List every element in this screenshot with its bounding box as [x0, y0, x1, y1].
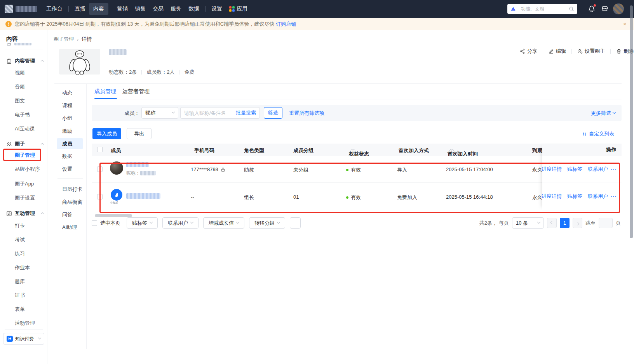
select-all-checkbox[interactable]	[97, 147, 103, 152]
panel-menu-data[interactable]: 数据	[62, 153, 72, 160]
sidebar-group-circle[interactable]: 圈子	[6, 140, 44, 147]
tag-link[interactable]: 贴标签	[567, 166, 582, 173]
wecom-broadcast-button[interactable]	[290, 217, 301, 229]
nav-item-sales[interactable]: 销售	[131, 5, 149, 12]
tag-link[interactable]: 贴标签	[567, 193, 582, 200]
batch-transfer-group-button[interactable]: 转移分组	[249, 217, 285, 229]
sidebar-item-certificate[interactable]: 证书	[15, 292, 25, 299]
tab-operator-mgmt[interactable]: 运营者管理	[122, 88, 150, 95]
sidebar-group-interaction[interactable]: 互动管理	[6, 210, 44, 217]
sort-icon[interactable]	[456, 151, 459, 155]
contact-user-link[interactable]: 联系用户	[588, 193, 608, 200]
batch-search-link[interactable]: 批量搜索	[236, 109, 256, 116]
sidebar-item-circle-app[interactable]: 圈子App	[15, 180, 34, 187]
sidebar-item-brand-miniprogram[interactable]: 品牌小程序	[15, 166, 40, 173]
sidebar-item-audio[interactable]: 音频	[15, 83, 25, 90]
user-avatar[interactable]	[613, 3, 624, 14]
tab-member-mgmt[interactable]: 成员管理	[94, 88, 116, 95]
users-icon	[6, 141, 12, 147]
product-switcher[interactable]: 知识付费	[3, 333, 44, 345]
chevron-down-icon	[277, 220, 280, 223]
panel-menu-calendar-checkin[interactable]: 日历打卡	[62, 186, 82, 193]
nav-item-live[interactable]: 直播	[71, 5, 89, 12]
nav-item-trade[interactable]: 交易	[149, 5, 167, 12]
lock-icon[interactable]	[221, 167, 225, 172]
panel-menu-incentive[interactable]: 激励	[62, 128, 72, 135]
sidebar-item-video[interactable]: 视频	[15, 69, 25, 76]
more-filters-link[interactable]: 更多筛选	[591, 110, 615, 117]
row-checkbox[interactable]	[97, 166, 103, 172]
batch-tag-label: 贴标签	[132, 220, 147, 227]
sidebar-item-form[interactable]: 表单	[15, 306, 25, 313]
sidebar-item-question-bank[interactable]: 题库	[15, 278, 25, 285]
panel-menu-moments[interactable]: 动态	[62, 89, 72, 96]
panel-menu-groups[interactable]: 小组	[62, 115, 72, 122]
panel-menu-settings[interactable]: 设置	[62, 166, 72, 173]
nav-item-content[interactable]: 内容	[89, 3, 108, 15]
nav-item-service[interactable]: 服务	[167, 5, 185, 12]
progress-detail-link[interactable]: 进度详情	[542, 193, 562, 200]
sidebar-item-activity-mgmt[interactable]: 活动管理	[15, 320, 35, 327]
page-size-select[interactable]: 10 条	[512, 217, 544, 229]
nav-item-data[interactable]: 数据	[185, 5, 203, 12]
sidebar-item-homework[interactable]: 作业本	[15, 264, 30, 271]
shop-button[interactable]	[601, 5, 608, 12]
nickname-search-field[interactable]: 批量搜索	[180, 107, 260, 119]
next-page-button[interactable]	[573, 218, 582, 228]
batch-tag-button[interactable]: 贴标签	[127, 217, 158, 229]
more-actions-icon[interactable]: ···	[611, 194, 617, 199]
search-input[interactable]	[521, 6, 569, 12]
close-icon[interactable]: ×	[623, 21, 626, 27]
import-members-button[interactable]: 导入成员	[92, 128, 121, 139]
nav-item-marketing[interactable]: 营销	[113, 5, 131, 12]
panel-menu-courses[interactable]: 课程	[62, 102, 72, 109]
chevron-down-icon	[172, 110, 175, 113]
export-button[interactable]: 导出	[127, 128, 152, 139]
stat-value: 2条	[129, 69, 137, 76]
sidebar-item-article[interactable]: 图文	[15, 97, 25, 104]
panel-menu-members[interactable]: 成员	[62, 140, 72, 147]
filter-button[interactable]: 筛选	[264, 107, 282, 119]
filter-type-select[interactable]: 昵称	[141, 107, 178, 119]
action-divider	[543, 49, 543, 54]
col-join-time[interactable]: 首次加入时间i	[448, 147, 454, 154]
progress-detail-link[interactable]: 进度详情	[542, 166, 562, 173]
sidebar-item-ebook[interactable]: 电子书	[15, 111, 30, 118]
notifications-button[interactable]	[588, 5, 595, 12]
edit-button[interactable]: 编辑	[549, 48, 566, 55]
current-page-button[interactable]: 1	[560, 218, 570, 228]
reset-filters-link[interactable]: 重置所有筛选项	[289, 110, 324, 117]
contact-user-link[interactable]: 联系用户	[588, 166, 608, 173]
redacted-circle-name	[109, 49, 127, 55]
sidebar-item-ai-course[interactable]: AI互动课	[15, 125, 35, 132]
horizontal-scrollbar-thumb[interactable]	[95, 214, 132, 217]
sidebar-item-practice[interactable]: 练习	[15, 250, 25, 257]
prev-page-button[interactable]	[547, 218, 557, 228]
global-search[interactable]	[507, 4, 577, 14]
select-page-checkbox[interactable]	[92, 220, 97, 226]
batch-contact-button[interactable]: 联系用户	[162, 217, 199, 229]
panel-menu-product-showcase[interactable]: 商品橱窗	[62, 199, 82, 206]
more-actions-icon[interactable]: ···	[611, 166, 617, 172]
sidebar-item-checkin[interactable]: 打卡	[15, 222, 25, 229]
nav-item-settings[interactable]: 设置	[208, 5, 226, 12]
row-checkbox[interactable]	[97, 194, 103, 199]
sidebar-group-content-mgmt[interactable]: 内容管理	[6, 57, 44, 64]
batch-growth-button[interactable]: 增减成长值	[203, 217, 244, 229]
sidebar-item-circle-mgmt[interactable]: 圈子管理	[15, 152, 35, 159]
nav-item-apps[interactable]: 应用	[226, 5, 251, 12]
set-owner-button[interactable]: 设置圈主	[577, 48, 605, 55]
share-button[interactable]: 分享	[520, 48, 537, 55]
sidebar-item-circle-settings[interactable]: 圈子设置	[15, 194, 35, 201]
panel-menu-ai-assistant[interactable]: AI助理	[62, 224, 77, 231]
search-icon[interactable]	[569, 6, 574, 12]
vertical-scrollbar-thumb[interactable]	[630, 5, 633, 238]
panel-menu-qa[interactable]: 问答	[62, 211, 72, 218]
renew-shop-link[interactable]: 订购店铺	[276, 21, 296, 28]
breadcrumb-parent[interactable]: 圈子管理	[54, 36, 74, 43]
jump-page-input[interactable]	[599, 218, 613, 228]
customize-columns-link[interactable]: 自定义列表	[582, 130, 614, 137]
nav-item-workbench[interactable]: 工作台	[43, 5, 66, 12]
sidebar-item-exam[interactable]: 考试	[15, 236, 25, 243]
nickname-input[interactable]	[184, 110, 233, 116]
